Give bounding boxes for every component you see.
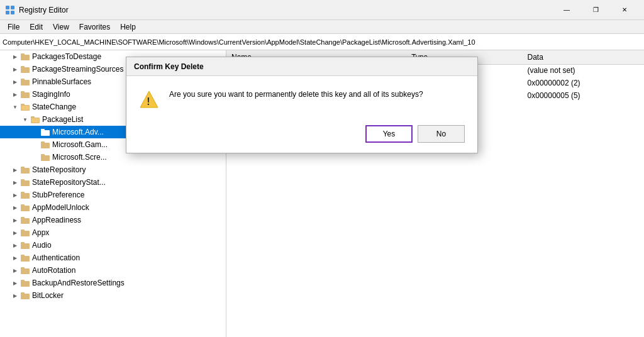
expand-icon: ▶ [10,167,20,173]
expand-icon: ▶ [10,280,20,286]
folder-icon [20,279,30,287]
reg-data: (value not set) [523,64,644,77]
svg-rect-6 [21,67,30,73]
tree-label: PackageList [42,115,83,124]
svg-rect-19 [41,129,45,131]
folder-open-icon [20,102,30,111]
tree-item-authentication[interactable]: ▶ Authentication [0,251,226,264]
svg-rect-7 [21,66,25,68]
yes-button[interactable]: Yes [365,125,413,143]
svg-rect-0 [6,6,9,9]
svg-rect-17 [31,118,39,123]
folder-icon [20,65,30,74]
tree-label: StagingInfo [32,90,70,99]
expand-icon: ▶ [10,218,20,223]
folder-icon [20,52,30,61]
address-path: Computer\HKEY_LOCAL_MACHINE\SOFTWARE\Mic… [3,38,475,46]
tree-label: StateRepository [32,165,86,174]
tree-item-backup-restore[interactable]: ▶ BackupAndRestoreSettings [0,277,226,289]
expand-icon: ▼ [20,117,30,123]
tree-label: Microsoft.Gam... [52,140,108,149]
svg-rect-32 [21,218,30,224]
expand-icon: ▶ [10,54,20,60]
main-content: ▶ PackagesToDestage ▶ PackageStreamingSo… [0,50,644,337]
tree-item-audio[interactable]: ▶ Audio [0,239,226,251]
svg-text:!: ! [147,96,150,107]
tree-label: PinnableSurfaces [32,77,91,86]
svg-rect-36 [21,243,30,249]
tree-item-app-model-unlock[interactable]: ▶ AppModelUnlock [0,201,226,214]
svg-rect-39 [21,255,25,257]
tree-item-bitlocker[interactable]: ▶ BitLocker [0,289,226,302]
expand-icon: ▶ [10,243,20,248]
expand-icon: ▼ [10,104,20,110]
tree-label: AppReadiness [32,216,81,224]
svg-rect-21 [41,141,45,143]
expand-icon: ▶ [10,255,20,261]
close-button[interactable]: ✕ [610,0,639,20]
folder-icon [40,140,50,149]
folder-icon [20,77,30,86]
menu-file[interactable]: File [3,21,25,33]
tree-label: AutoRotation [32,266,75,275]
folder-open-icon [30,115,40,124]
svg-rect-38 [21,256,30,262]
svg-rect-23 [41,154,45,156]
svg-rect-43 [21,280,25,282]
svg-rect-44 [21,294,30,299]
menu-view[interactable]: View [48,21,74,33]
svg-rect-8 [21,80,30,86]
svg-rect-2 [6,11,9,14]
menu-edit[interactable]: Edit [25,21,48,33]
svg-rect-33 [21,217,25,219]
tree-label: StateRepositoryStat... [32,178,106,187]
folder-icon [20,216,30,224]
title-bar: Registry Editor — ❐ ✕ [0,0,644,20]
expand-icon: ▶ [10,79,20,85]
svg-rect-11 [21,91,25,93]
folder-icon [40,153,50,162]
tree-item-state-repository[interactable]: ▶ StateRepository [0,163,226,176]
menu-favorites[interactable]: Favorites [74,21,115,33]
svg-rect-4 [21,55,30,60]
warning-icon: ! [139,90,159,110]
address-bar: Computer\HKEY_LOCAL_MACHINE\SOFTWARE\Mic… [0,34,644,50]
folder-icon [20,228,30,237]
svg-rect-24 [21,168,30,174]
svg-rect-40 [21,268,30,274]
tree-label: BitLocker [32,291,64,300]
dialog-title: Confirm Key Delete [134,62,470,71]
svg-rect-25 [21,167,25,168]
app-title: Registry Editor [19,6,552,14]
dialog-title-bar: Confirm Key Delete [126,57,477,76]
svg-rect-42 [21,281,30,287]
svg-rect-20 [41,143,50,148]
tree-label: StateChange [32,102,76,111]
tree-item-app-readiness[interactable]: ▶ AppReadiness [0,214,226,226]
col-data: Data [523,50,644,64]
dialog-message: Are you sure you want to permanently del… [169,89,465,100]
tree-item-stub-preference[interactable]: ▶ StubPreference [0,189,226,201]
expand-icon: ▶ [10,67,20,72]
folder-icon [40,128,50,136]
tree-item-appx[interactable]: ▶ Appx [0,226,226,239]
no-button[interactable]: No [418,125,465,143]
minimize-button[interactable]: — [552,0,581,20]
svg-rect-14 [21,106,29,110]
svg-rect-31 [21,204,25,206]
svg-rect-37 [21,242,25,244]
expand-icon: ▶ [10,180,20,185]
tree-item-auto-rotation[interactable]: ▶ AutoRotation [0,264,226,277]
expand-icon: ▶ [10,92,20,97]
svg-rect-29 [21,192,25,194]
app-icon [5,5,15,15]
tree-label: Audio [32,241,52,250]
svg-rect-34 [21,231,30,236]
menu-help[interactable]: Help [115,21,141,33]
folder-icon [20,191,30,199]
tree-item-state-repo-stat[interactable]: ▶ StateRepositoryStat... [0,176,226,189]
restore-button[interactable]: ❐ [581,0,610,20]
svg-rect-26 [21,180,30,186]
tree-label: Microsoft.Adv... [52,128,104,136]
svg-rect-1 [11,6,14,9]
